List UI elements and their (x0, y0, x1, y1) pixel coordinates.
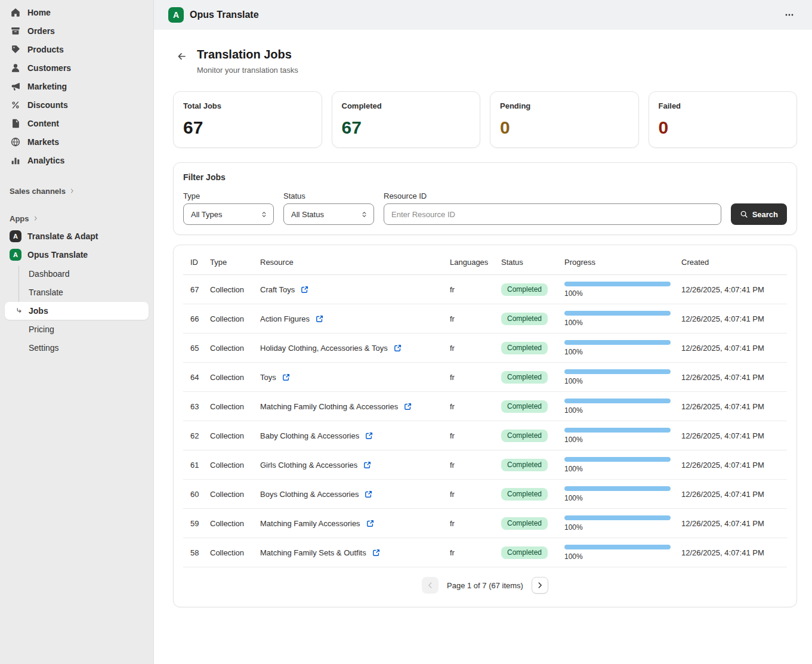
table-row[interactable]: 61 Collection Girls Clothing & Accessori… (183, 450, 787, 480)
table-row[interactable]: 64 Collection Toys fr Completed 100% 12/… (183, 363, 787, 392)
stat-value: 0 (659, 118, 788, 138)
job-resource-cell: Matching Family Sets & Outfits (260, 538, 450, 567)
progress-bar (564, 486, 671, 491)
opus-translate-logo-icon: A (168, 7, 184, 23)
column-header-status: Status (501, 249, 564, 275)
progress-percent-label: 100% (564, 319, 674, 327)
sidebar-item-label: Markets (27, 137, 59, 147)
type-select[interactable]: All Types (183, 203, 274, 225)
sidebar-item-discounts[interactable]: Discounts (5, 96, 149, 114)
job-languages-cell: fr (450, 509, 501, 538)
job-status-cell: Completed (501, 421, 564, 450)
table-row[interactable]: 67 Collection Craft Toys fr Completed 10… (183, 275, 787, 304)
overflow-menu-button[interactable] (781, 7, 798, 23)
apps-header[interactable]: Apps (0, 210, 153, 227)
stats-row: Total Jobs 67 Completed 67 Pending 0 Fai… (173, 91, 797, 148)
job-id-cell: 64 (183, 363, 210, 392)
back-button[interactable] (173, 48, 190, 64)
table-row[interactable]: 63 Collection Matching Family Clothing &… (183, 392, 787, 421)
status-select[interactable]: All Status (283, 203, 374, 225)
resource-id-field: Resource ID (384, 192, 721, 225)
resource-name: Boys Clothing & Accessories (260, 490, 359, 499)
table-row[interactable]: 60 Collection Boys Clothing & Accessorie… (183, 480, 787, 509)
table-row[interactable]: 58 Collection Matching Family Sets & Out… (183, 538, 787, 567)
resource-link[interactable]: Matching Family Sets & Outfits (260, 548, 381, 557)
sidebar-subitem-dashboard[interactable]: Dashboard (5, 265, 149, 283)
progress-percent-label: 100% (564, 465, 674, 473)
content-icon (10, 118, 21, 129)
sidebar-subitem-jobs[interactable]: Jobs (5, 302, 149, 320)
job-id-cell: 60 (183, 480, 210, 509)
next-page-button[interactable] (532, 577, 548, 594)
job-resource-cell: Baby Clothing & Accessories (260, 421, 450, 450)
home-icon (10, 7, 21, 18)
status-badge: Completed (501, 283, 548, 296)
previous-page-button[interactable] (422, 577, 439, 594)
job-languages-cell: fr (450, 450, 501, 480)
progress-block: 100% (564, 428, 674, 444)
sidebar-item-products[interactable]: Products (5, 41, 149, 58)
resource-link[interactable]: Craft Toys (260, 285, 309, 294)
marketing-icon (10, 81, 21, 92)
progress-block: 100% (564, 399, 674, 415)
column-header-languages: Languages (450, 249, 501, 275)
chevron-right-icon (32, 215, 39, 222)
sidebar-item-analytics[interactable]: Analytics (5, 152, 149, 169)
resource-link[interactable]: Holiday Clothing, Accessories & Toys (260, 344, 402, 353)
filter-row: Type All Types Status All Status (183, 192, 787, 225)
stat-label: Failed (659, 101, 788, 110)
job-languages-cell: fr (450, 538, 501, 567)
table-row[interactable]: 62 Collection Baby Clothing & Accessorie… (183, 421, 787, 450)
job-created-cell: 12/26/2025, 4:07:41 PM (681, 480, 787, 509)
resource-link[interactable]: Girls Clothing & Accessories (260, 461, 372, 470)
job-languages-cell: fr (450, 304, 501, 333)
chevron-right-icon (536, 581, 544, 589)
job-type-cell: Collection (210, 450, 260, 480)
job-status-cell: Completed (501, 480, 564, 509)
sidebar-item-translate-adapt[interactable]: A Translate & Adapt (5, 227, 149, 245)
column-header-progress: Progress (564, 249, 681, 275)
sidebar-item-customers[interactable]: Customers (5, 59, 149, 77)
sidebar-item-markets[interactable]: Markets (5, 133, 149, 151)
app-topbar: A Opus Translate (154, 0, 812, 30)
resource-link[interactable]: Toys (260, 373, 291, 382)
resource-id-input[interactable] (384, 203, 721, 225)
job-id-cell: 59 (183, 509, 210, 538)
jobs-table-body: 67 Collection Craft Toys fr Completed 10… (183, 275, 787, 567)
progress-block: 100% (564, 369, 674, 385)
job-created-cell: 12/26/2025, 4:07:41 PM (681, 509, 787, 538)
job-languages-cell: fr (450, 333, 501, 363)
resource-link[interactable]: Matching Family Clothing & Accessories (260, 402, 412, 411)
resource-link[interactable]: Action Figures (260, 314, 324, 323)
sidebar-subitem-translate[interactable]: Translate (5, 283, 149, 301)
search-button[interactable]: Search (731, 203, 787, 225)
job-progress-cell: 100% (564, 421, 681, 450)
job-progress-cell: 100% (564, 450, 681, 480)
main-area: A Opus Translate Translation Jobs Monito… (154, 0, 812, 664)
sidebar-item-orders[interactable]: Orders (5, 22, 149, 40)
stat-label: Pending (500, 101, 629, 110)
sidebar-item-home[interactable]: Home (5, 4, 149, 21)
select-updown-icon (360, 211, 368, 218)
sales-channels-header[interactable]: Sales channels (0, 183, 153, 199)
filter-title: Filter Jobs (183, 172, 787, 182)
resource-link[interactable]: Baby Clothing & Accessories (260, 431, 373, 440)
resource-link[interactable]: Matching Family Accessories (260, 519, 375, 528)
table-row[interactable]: 59 Collection Matching Family Accessorie… (183, 509, 787, 538)
sidebar-item-opus-translate[interactable]: A Opus Translate (5, 246, 149, 264)
sidebar-subitem-pricing[interactable]: Pricing (5, 320, 149, 338)
progress-block: 100% (564, 457, 674, 473)
job-status-cell: Completed (501, 538, 564, 567)
job-progress-cell: 100% (564, 392, 681, 421)
table-row[interactable]: 65 Collection Holiday Clothing, Accessor… (183, 333, 787, 363)
sidebar-subitem-settings[interactable]: Settings (5, 339, 149, 357)
sidebar-item-label: Content (27, 119, 59, 128)
status-badge: Completed (501, 430, 548, 442)
job-languages-cell: fr (450, 392, 501, 421)
progress-percent-label: 100% (564, 436, 674, 444)
sidebar-item-content[interactable]: Content (5, 115, 149, 132)
resource-link[interactable]: Boys Clothing & Accessories (260, 490, 373, 499)
sidebar-item-marketing[interactable]: Marketing (5, 78, 149, 95)
job-resource-cell: Action Figures (260, 304, 450, 333)
table-row[interactable]: 66 Collection Action Figures fr Complete… (183, 304, 787, 333)
